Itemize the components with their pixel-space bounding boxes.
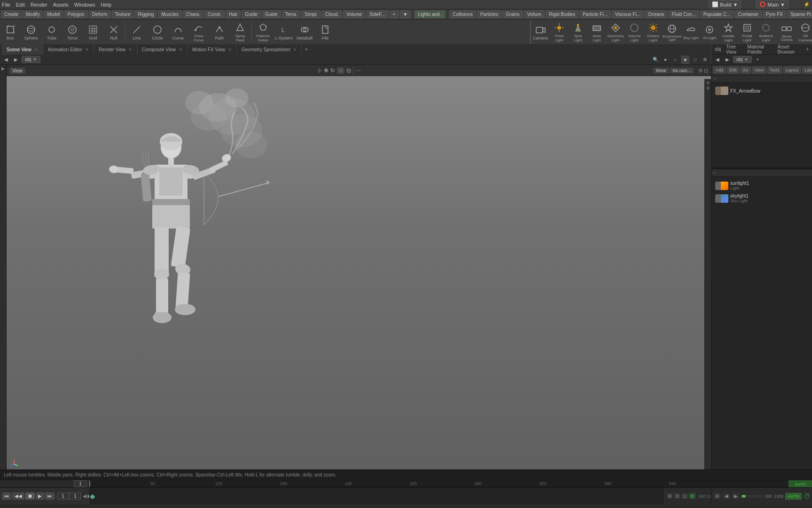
tool-grid[interactable]: Grid (83, 21, 103, 43)
main-dropdown[interactable]: ⭕Main▼ (756, 0, 789, 9)
mode-cloud[interactable]: Cloud. (322, 10, 342, 18)
mode-deform[interactable]: Deform (89, 10, 111, 18)
tool-platonic[interactable]: Platonic Solids (253, 21, 273, 43)
tool-sky-light[interactable]: Sky Light (681, 21, 700, 43)
vp-settings-icon[interactable]: ⚙ (698, 68, 703, 74)
tl-rp-scrollbar[interactable] (742, 495, 763, 498)
tool-path[interactable]: Path (209, 21, 230, 43)
display-mode-btn5[interactable]: □ (691, 56, 699, 64)
tool-tube[interactable]: Tube (41, 21, 62, 43)
sparse-btn[interactable]: Sparse Pr... (787, 10, 812, 18)
tool-distant-light[interactable]: Distant Light (644, 21, 663, 43)
view-forward-btn[interactable]: ▶ (12, 56, 20, 64)
rpanel-back-btn[interactable]: ◀ (713, 56, 722, 64)
mode-add[interactable]: + (390, 10, 399, 18)
object-fx-arrowbow[interactable]: FX_ArrowBow (713, 86, 810, 96)
btn-step-back[interactable]: ◀◀ (12, 492, 24, 500)
tool-volume-light[interactable]: Volume Light (625, 21, 644, 43)
menu-render[interactable]: Render (31, 2, 47, 8)
bone-mode-btn[interactable]: Bone (653, 68, 669, 73)
rpanel-tab-assets[interactable]: Asset Browser (775, 43, 803, 56)
tab-animation-editor[interactable]: Animation Editor✕ (43, 44, 94, 55)
tool-environment-light[interactable]: Environment Light (663, 21, 681, 43)
tool-caustic-light[interactable]: Caustic Light (719, 21, 738, 43)
menu-file[interactable]: File (2, 2, 10, 8)
menu-edit[interactable]: Edit (16, 2, 25, 8)
rpanel-obj-input[interactable]: obj ▼ (733, 56, 752, 63)
rpanel-bottom-collapse[interactable]: − (713, 170, 716, 175)
tl-ctrl-4[interactable]: ⊞ (689, 493, 695, 499)
rpanel-tools-btn[interactable]: Tools (767, 67, 782, 73)
tab-motion-fx-view[interactable]: Motion FX View✕ (187, 44, 237, 55)
menu-assets[interactable]: Assets (53, 2, 69, 8)
mode-hair[interactable]: Hair (226, 10, 241, 18)
no-cam-btn[interactable]: No cam... (670, 68, 694, 73)
vp-tool-scale[interactable]: ⊠ (337, 67, 344, 74)
vp-right-btn1[interactable]: ⚙ (706, 81, 710, 85)
tool-spray[interactable]: Spray Paint (230, 21, 250, 43)
collisions-btn[interactable]: Collisions (449, 10, 476, 18)
start-frame-input[interactable] (57, 492, 69, 500)
tool-camera[interactable]: Camera (531, 21, 550, 43)
mode-texture[interactable]: Texture (112, 10, 134, 18)
btn-skip-fwd[interactable]: ⏭ (45, 492, 55, 500)
vellum-btn[interactable]: Vellum (524, 10, 545, 18)
tool-geometry-light[interactable]: Geometry Light (606, 21, 625, 43)
btn-skip-back[interactable]: ⏮ (2, 492, 11, 500)
mode-rigging[interactable]: Rigging (134, 10, 157, 18)
mode-dropdown[interactable]: ▼ (400, 10, 411, 18)
tool-line[interactable]: Line (126, 21, 147, 43)
mode-muscles[interactable]: Muscles (158, 10, 182, 18)
tool-curve[interactable]: Curve (168, 21, 188, 43)
rpanel-labs-btn[interactable]: Labs (802, 67, 812, 73)
display-mode-btn3[interactable]: ○ (671, 56, 679, 64)
tab-render-view[interactable]: Render View✕ (94, 44, 137, 55)
tool-stereo-camera[interactable]: Stereo Camera (777, 21, 796, 43)
vp-display-mode[interactable]: ⋯ (355, 67, 361, 74)
mode-modify[interactable]: Modify (23, 10, 43, 18)
step-back-icon[interactable]: ◀ (83, 493, 86, 499)
tool-draw-curve[interactable]: Draw Curve (188, 21, 209, 43)
menu-windows[interactable]: Windows (74, 2, 95, 8)
mode-sidef[interactable]: SideF... (366, 10, 388, 18)
rigid-btn[interactable]: Rigid Bodies (546, 10, 578, 18)
tool-sphere[interactable]: Sphere (21, 21, 41, 43)
light-skylight1[interactable]: skylight1 Sky Light (713, 192, 810, 204)
vp-maximize-icon[interactable]: ⊡ (704, 68, 708, 74)
rpanel-view-btn[interactable]: View (752, 67, 766, 73)
display-mode-btn2[interactable]: ● (661, 56, 670, 64)
display-mode-btn4[interactable]: ■ (681, 56, 689, 64)
tool-file[interactable]: File (315, 21, 336, 43)
btn-play[interactable]: ▶ (36, 492, 44, 500)
lights-dropdown[interactable]: Lights and . (414, 10, 445, 18)
vp-tool-select[interactable]: ⊹ (317, 67, 322, 74)
tool-portal-light[interactable]: Portal Light (738, 21, 757, 43)
mode-guide2[interactable]: Guide (262, 10, 281, 18)
mode-model[interactable]: Model (44, 10, 63, 18)
timeline-track-area[interactable]: ⊞ ⊟ ⊡ ⊞ 100 1100 (89, 488, 711, 504)
mode-create[interactable]: Create (1, 10, 22, 18)
tl-ctrl-2[interactable]: ⊟ (674, 493, 680, 499)
tool-circle[interactable]: Circle (147, 21, 168, 43)
rpanel-forward-btn[interactable]: ▶ (723, 56, 732, 64)
record-clock-icon[interactable]: ⏱ (804, 492, 810, 500)
particles-btn[interactable]: Particles (477, 10, 501, 18)
view-label[interactable]: View (9, 68, 25, 74)
menu-help[interactable]: Help (101, 2, 111, 8)
sidebar-toggle[interactable]: ◀ (1, 67, 6, 71)
light-sunlight1[interactable]: sunlight1 Light (713, 180, 810, 191)
rpanel-go-btn[interactable]: Go (741, 67, 751, 73)
mode-const[interactable]: Const. (204, 10, 225, 18)
obj-path-input[interactable]: obj ▼ (22, 56, 40, 63)
obj-path-dropdown[interactable]: ▼ (32, 57, 37, 62)
tl-rp-btn3[interactable]: ▶ (732, 493, 740, 499)
tool-gi-light[interactable]: GI Light (700, 21, 719, 43)
vp-tool-rotate[interactable]: ↻ (330, 67, 335, 74)
populate-btn[interactable]: Populate C... (700, 10, 734, 18)
current-frame-input[interactable] (74, 480, 87, 487)
tool-lsystem[interactable]: L L-System (273, 21, 294, 43)
settings-btn[interactable]: ⚙ (701, 56, 709, 64)
end-frame-input[interactable] (70, 492, 81, 500)
tl-ctrl-1[interactable]: ⊞ (666, 493, 673, 499)
pyro-fx-btn[interactable]: Pyro FX (763, 10, 786, 18)
